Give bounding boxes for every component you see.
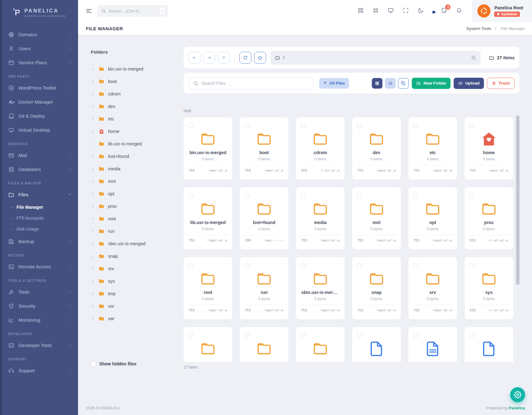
file-checkbox[interactable] bbox=[188, 263, 193, 268]
file-checkbox[interactable] bbox=[301, 123, 305, 128]
file-card-sys[interactable]: sys0 items555-r-xr-xr-x bbox=[465, 257, 513, 320]
tree-item-mnt[interactable]: mnt bbox=[91, 175, 171, 188]
tree-item-run[interactable]: run bbox=[91, 225, 171, 237]
tree-item-dev[interactable]: dev bbox=[91, 100, 171, 113]
sidebar-item-mail[interactable]: Mail bbox=[0, 148, 78, 162]
file-card-snap[interactable]: snap0 items755-rwxr-xr-x bbox=[352, 257, 401, 320]
file-card[interactable] bbox=[352, 327, 401, 362]
file-checkbox[interactable] bbox=[244, 193, 249, 198]
file-card-proc[interactable]: proc0 items555-r-xr-xr-x bbox=[465, 187, 513, 250]
upload-button[interactable]: Upload bbox=[454, 78, 484, 89]
file-checkbox[interactable] bbox=[357, 123, 362, 128]
sidebar-item-virtual-desktop[interactable]: Virtual Desktop bbox=[0, 123, 78, 137]
refresh-button[interactable] bbox=[239, 52, 251, 64]
sidebar-item-monitoring[interactable]: Monitoring bbox=[0, 313, 78, 327]
tree-item-tmp[interactable]: tmp bbox=[91, 287, 171, 300]
tree-item-sbin-usr-is-merged[interactable]: sbin.usr-is-merged bbox=[91, 237, 171, 250]
sidebar-item-wordpress-toolkit[interactable]: WWordPress Toolkit bbox=[0, 81, 78, 95]
tree-item-root[interactable]: root bbox=[91, 212, 171, 225]
file-checkbox[interactable] bbox=[244, 123, 249, 128]
tree-item-etc[interactable]: etc bbox=[91, 113, 171, 125]
monitor-button[interactable] bbox=[387, 7, 394, 15]
brand-logo[interactable]: P PANELICA isolated contol architecture bbox=[0, 0, 78, 19]
sidebar-item-domains[interactable]: Domains bbox=[0, 27, 78, 42]
file-card-run[interactable]: run0 items755-rwxr-xr-x bbox=[240, 257, 288, 320]
sidebar-item-databases[interactable]: Databases bbox=[0, 162, 78, 176]
file-checkbox[interactable] bbox=[188, 193, 193, 198]
file-checkbox[interactable] bbox=[413, 333, 418, 338]
file-checkbox[interactable] bbox=[188, 123, 193, 128]
filter-all-files-button[interactable]: All Files bbox=[319, 78, 349, 89]
file-checkbox[interactable] bbox=[301, 263, 305, 268]
sidebar-item-docker-manager[interactable]: Docker Manager bbox=[0, 95, 78, 109]
scrollbar-thumb[interactable] bbox=[516, 115, 520, 285]
file-card-root[interactable]: root0 items755-rwxr-xr-x bbox=[184, 257, 232, 320]
sidebar-item-security[interactable]: Security bbox=[0, 299, 78, 313]
file-card[interactable] bbox=[465, 327, 513, 362]
tree-item-proc[interactable]: proc bbox=[91, 200, 171, 212]
file-checkbox[interactable] bbox=[469, 333, 474, 338]
show-hidden-files-toggle[interactable]: Show hidden files bbox=[91, 361, 171, 366]
global-search[interactable]: / bbox=[97, 5, 168, 17]
trash-button[interactable]: Trash bbox=[487, 78, 515, 89]
qr-code-button[interactable] bbox=[357, 7, 364, 15]
global-search-input[interactable] bbox=[108, 9, 157, 13]
apps-grid-button[interactable] bbox=[372, 7, 379, 15]
home-button[interactable] bbox=[254, 52, 266, 64]
tree-item-lost-found[interactable]: lost+found bbox=[91, 150, 171, 163]
powered-brand[interactable]: Panelica bbox=[509, 406, 525, 410]
file-checkbox[interactable] bbox=[413, 263, 418, 268]
file-card-lost-found[interactable]: lost+found0 items700-rwx------ bbox=[240, 187, 288, 250]
file-card[interactable] bbox=[240, 327, 288, 362]
moon-button[interactable] bbox=[417, 7, 424, 15]
tree-item-var[interactable]: var bbox=[91, 312, 171, 325]
file-card-srv[interactable]: srv0 items755-rwxr-xr-x bbox=[408, 257, 457, 320]
copy-path-icon[interactable] bbox=[471, 56, 476, 60]
sidebar-subitem-disk-usage[interactable]: –Disk Usage bbox=[0, 223, 78, 234]
file-card-home[interactable]: home0 items755-rwxr-xr-x bbox=[465, 117, 513, 180]
file-card[interactable] bbox=[408, 327, 457, 362]
sidebar-item-backup[interactable]: Backup bbox=[0, 234, 78, 248]
paste-button[interactable] bbox=[398, 78, 409, 89]
file-checkbox[interactable] bbox=[413, 123, 418, 128]
file-card[interactable] bbox=[296, 327, 345, 362]
fullscreen-button[interactable] bbox=[402, 7, 409, 15]
tree-item-home[interactable]: home bbox=[91, 125, 171, 138]
sidebar-item-files[interactable]: Files bbox=[0, 188, 78, 202]
sidebar-item-developer-tools[interactable]: Developer Tools bbox=[0, 338, 78, 352]
file-card-cdrom[interactable]: cdrom0 items555-r-xr-xr-x bbox=[296, 117, 345, 180]
tree-item-sys[interactable]: sys bbox=[91, 275, 171, 287]
file-checkbox[interactable] bbox=[469, 123, 474, 128]
sidebar-item-users[interactable]: Users bbox=[0, 42, 78, 56]
file-card-opt[interactable]: opt0 items755-rwxr-xr-x bbox=[408, 187, 457, 250]
file-card-bin-usr-is-merged[interactable]: bin.usr-is-merged0 items755-rwxr-xr-x bbox=[184, 117, 232, 180]
grid-view-button[interactable] bbox=[372, 78, 382, 89]
tree-item-bin-usr-is-merged[interactable]: bin.usr-is-merged bbox=[91, 63, 171, 75]
bell-button[interactable] bbox=[456, 7, 462, 15]
tree-item-snap[interactable]: snap bbox=[91, 250, 171, 262]
tree-item-boot[interactable]: boot bbox=[91, 75, 171, 88]
file-card-boot[interactable]: boot0 items755-rwxr-xr-x bbox=[240, 117, 288, 180]
settings-fab[interactable] bbox=[510, 387, 525, 402]
file-checkbox[interactable] bbox=[301, 333, 305, 338]
file-checkbox[interactable] bbox=[244, 333, 249, 338]
path-bar[interactable]: / bbox=[271, 51, 480, 65]
sidebar-item-tools[interactable]: Tools bbox=[0, 285, 78, 299]
file-checkbox[interactable] bbox=[469, 193, 474, 198]
file-card[interactable] bbox=[184, 327, 232, 362]
user-menu[interactable]: Panelica Root SysAdmin bbox=[472, 0, 532, 22]
tree-item-usr[interactable]: usr bbox=[91, 300, 171, 312]
file-checkbox[interactable] bbox=[357, 263, 362, 268]
show-hidden-checkbox[interactable] bbox=[91, 361, 96, 366]
sidebar-subitem-file-manager[interactable]: –File Manager bbox=[0, 202, 78, 212]
sidebar-item-support[interactable]: Support bbox=[0, 364, 78, 378]
list-view-button[interactable] bbox=[385, 78, 396, 89]
new-folder-button[interactable]: New Folder bbox=[412, 78, 451, 89]
tree-item-opt[interactable]: opt bbox=[91, 188, 171, 200]
forward-button[interactable] bbox=[203, 52, 215, 64]
sidebar-subitem-ftp-accounts[interactable]: –FTP Accounts bbox=[0, 212, 78, 223]
sidebar-item-remote-access[interactable]: Remote Access bbox=[0, 260, 78, 274]
file-card-etc[interactable]: etc0 items755-rwxr-xr-x bbox=[408, 117, 457, 180]
file-checkbox[interactable] bbox=[357, 193, 362, 198]
file-checkbox[interactable] bbox=[244, 263, 249, 268]
